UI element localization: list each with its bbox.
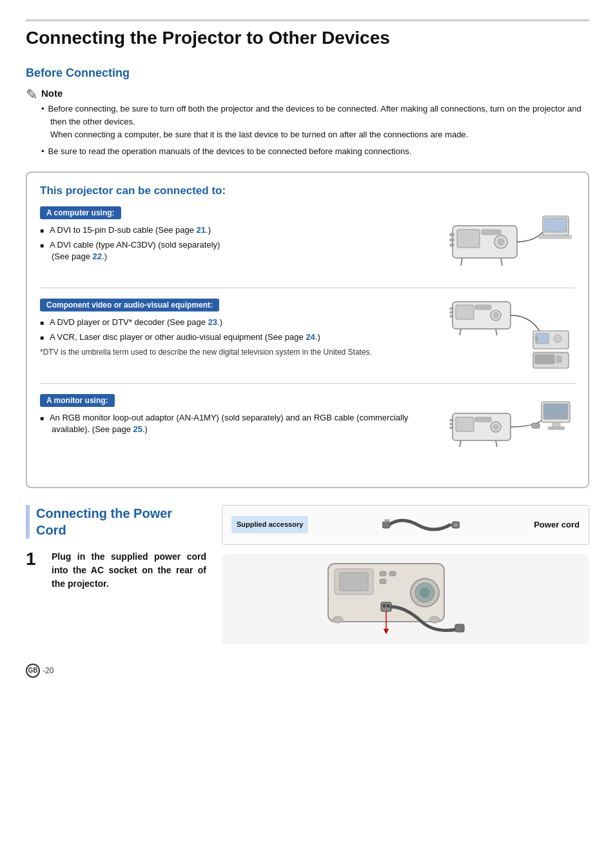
svg-rect-47 bbox=[385, 519, 387, 522]
divider-1 bbox=[40, 288, 575, 288]
power-cord-right: Supplied accessory Power cord bbox=[222, 505, 589, 644]
page-ref-24[interactable]: 24 bbox=[306, 332, 315, 342]
connected-box-title: This projector can be connected to: bbox=[40, 184, 575, 197]
svg-line-5 bbox=[461, 258, 462, 266]
svg-rect-26 bbox=[535, 335, 538, 342]
page-ref-21[interactable]: 21 bbox=[197, 225, 206, 235]
computer-device-svg bbox=[449, 206, 572, 277]
before-connecting-section: Before Connecting ✎ Note Before connecti… bbox=[26, 66, 589, 163]
svg-rect-40 bbox=[450, 427, 453, 429]
svg-point-65 bbox=[429, 616, 440, 623]
svg-point-3 bbox=[497, 238, 505, 246]
av-devices bbox=[449, 299, 572, 373]
page-number-area: GB -20 bbox=[26, 664, 589, 678]
svg-line-18 bbox=[460, 329, 461, 335]
connected-box: This projector can be connected to: A co… bbox=[26, 172, 589, 488]
svg-rect-35 bbox=[475, 417, 491, 422]
monitor-device-svg bbox=[449, 394, 572, 465]
svg-line-6 bbox=[501, 258, 502, 266]
svg-rect-45 bbox=[532, 423, 540, 428]
svg-point-64 bbox=[333, 616, 343, 623]
page-ref-23[interactable]: 23 bbox=[208, 317, 217, 327]
page-ref-22[interactable]: 22 bbox=[93, 252, 102, 261]
svg-point-25 bbox=[554, 335, 561, 342]
cord-drawing bbox=[318, 511, 523, 539]
page-title: Connecting the Projector to Other Device… bbox=[26, 19, 589, 48]
page-badge: GB bbox=[26, 664, 40, 678]
svg-rect-32 bbox=[456, 417, 474, 431]
svg-rect-28 bbox=[535, 355, 554, 364]
note-icon: ✎ bbox=[26, 88, 37, 102]
av-device-svg bbox=[449, 299, 572, 373]
supplied-label: Supplied accessory bbox=[231, 516, 308, 533]
page-ref-25[interactable]: 25 bbox=[133, 424, 142, 434]
projector-rear-svg bbox=[315, 557, 496, 641]
step-text: Plug in the supplied power cord into the… bbox=[52, 550, 206, 591]
svg-rect-48 bbox=[387, 519, 389, 522]
av-item-2: A VCR, Laser disc player or other audio-… bbox=[40, 331, 433, 343]
monitor-item-1: An RGB monitor loop-out adaptor (AN-A1MY… bbox=[40, 412, 433, 435]
divider-2 bbox=[40, 383, 575, 384]
connecting-power-title: Connecting the Power Cord bbox=[26, 505, 206, 538]
svg-point-50 bbox=[454, 523, 458, 527]
svg-line-37 bbox=[496, 440, 497, 447]
note-item-1: Before connecting, be sure to turn off b… bbox=[41, 103, 589, 141]
svg-point-34 bbox=[493, 424, 499, 430]
svg-rect-57 bbox=[380, 571, 386, 576]
svg-rect-58 bbox=[389, 571, 396, 576]
svg-line-36 bbox=[460, 440, 461, 447]
monitor-image bbox=[446, 394, 575, 465]
svg-point-16 bbox=[493, 312, 499, 319]
step-1-block: 1 Plug in the supplied power cord into t… bbox=[26, 550, 206, 591]
note-block: ✎ Note Before connecting, be sure to tur… bbox=[26, 88, 589, 163]
computer-label: A computer using: bbox=[40, 206, 121, 219]
svg-rect-9 bbox=[538, 235, 572, 239]
cord-label: Power cord bbox=[534, 520, 580, 529]
svg-rect-10 bbox=[450, 233, 454, 236]
accessory-box: Supplied accessory Power cord bbox=[222, 505, 589, 545]
svg-rect-20 bbox=[450, 308, 453, 310]
svg-rect-1 bbox=[457, 230, 480, 248]
power-cord-left: Connecting the Power Cord 1 Plug in the … bbox=[26, 505, 206, 644]
computer-image bbox=[446, 206, 575, 277]
svg-rect-4 bbox=[482, 230, 501, 235]
computer-item-1: A DVI to 15-pin D-sub cable (See page 21… bbox=[40, 224, 433, 236]
monitor-text: A monitor using: An RGB monitor loop-out… bbox=[40, 394, 433, 465]
av-text: Component video or audio-visual equipmen… bbox=[40, 299, 433, 373]
note-label: Note bbox=[41, 88, 589, 99]
monitor-section: A monitor using: An RGB monitor loop-out… bbox=[40, 394, 575, 465]
svg-rect-44 bbox=[548, 427, 565, 429]
av-item-1: A DVD player or DTV* decoder (See page 2… bbox=[40, 317, 433, 328]
svg-rect-42 bbox=[543, 404, 568, 419]
av-image bbox=[446, 299, 575, 373]
svg-rect-63 bbox=[455, 624, 464, 632]
svg-rect-11 bbox=[450, 239, 454, 241]
page-number-text: -20 bbox=[43, 666, 54, 675]
monitor-list: An RGB monitor loop-out adaptor (AN-A1MY… bbox=[40, 412, 433, 435]
svg-rect-39 bbox=[450, 423, 453, 425]
svg-rect-59 bbox=[380, 579, 386, 584]
svg-rect-8 bbox=[545, 218, 567, 232]
av-section: Component video or audio-visual equipmen… bbox=[40, 299, 575, 373]
svg-rect-38 bbox=[450, 419, 453, 421]
av-label: Component video or audio-visual equipmen… bbox=[40, 299, 219, 311]
computer-text: A computer using: A DVI to 15-pin D-sub … bbox=[40, 206, 433, 277]
svg-line-19 bbox=[496, 329, 497, 335]
svg-rect-21 bbox=[450, 311, 453, 313]
monitor-label: A monitor using: bbox=[40, 394, 115, 407]
note-item-2: Be sure to read the operation manuals of… bbox=[41, 145, 589, 158]
power-cord-section: Connecting the Power Cord 1 Plug in the … bbox=[26, 505, 589, 644]
svg-rect-29 bbox=[556, 356, 561, 362]
svg-rect-46 bbox=[382, 522, 390, 528]
av-footnote: *DTV is the umbrella term used to descri… bbox=[40, 347, 433, 358]
svg-rect-53 bbox=[340, 573, 368, 591]
svg-rect-14 bbox=[456, 305, 474, 319]
before-connecting-heading: Before Connecting bbox=[26, 66, 589, 80]
svg-rect-62 bbox=[387, 604, 389, 607]
computer-section: A computer using: A DVI to 15-pin D-sub … bbox=[40, 206, 575, 277]
svg-rect-12 bbox=[450, 244, 454, 246]
svg-rect-22 bbox=[450, 315, 453, 317]
power-cord-svg bbox=[382, 511, 460, 539]
step-number: 1 bbox=[26, 550, 44, 568]
svg-point-56 bbox=[420, 587, 430, 598]
